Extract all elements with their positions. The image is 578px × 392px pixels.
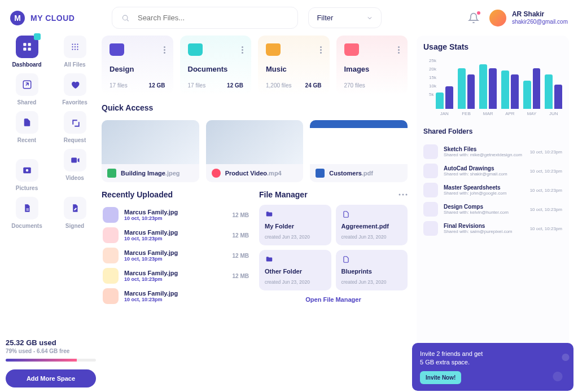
fm-item-name: Aggreement.pdf [341, 223, 402, 230]
chart-x-label: MAY [523, 111, 541, 116]
file-manager-item[interactable]: My Folder created Jun 23, 2020 [259, 205, 331, 245]
more-icon[interactable] [242, 46, 243, 54]
quick-access-card[interactable]: Building Image.jpeg [102, 120, 199, 182]
nav-label: Dashboard [12, 61, 41, 68]
shared-folder-name: Final Revisions [444, 223, 524, 229]
nav-shared[interactable]: Shared [6, 73, 48, 105]
spreadsheet-icon [316, 169, 325, 178]
storage-used: 25.32 GB used [6, 338, 96, 347]
recent-item[interactable]: Marcus Family.jpg 10 oct, 10:23pm 12 MB [102, 245, 250, 266]
nav-signed[interactable]: Signed [54, 197, 96, 229]
folder-card[interactable]: Design 17 files 12 GB [102, 36, 173, 95]
recent-file-date: 10 oct, 10:23pm [124, 236, 227, 241]
folder-card[interactable]: Images 270 files [336, 36, 408, 95]
svg-rect-3 [28, 43, 30, 46]
recent-file-date: 10 oct, 10:23pm [124, 276, 227, 282]
folder-card[interactable]: Music 1,200 files 24 GB [258, 36, 330, 95]
recent-item[interactable]: Marcus Family.jpg 10 oct, 10:23pm 12 MB [102, 266, 250, 286]
chart-y-label: 10k [429, 83, 436, 89]
filter-select[interactable]: Filter [308, 7, 382, 28]
image-icon [107, 169, 116, 178]
nav-all-files[interactable]: All Files [54, 36, 96, 68]
file-manager-item[interactable]: Aggreement.pdf created Jun 23, 2020 [336, 205, 408, 245]
usage-chart: 25k20k15k10k5k JANFEBMARAPRMAYJUN [423, 58, 562, 116]
chart-x-label: JAN [436, 111, 453, 116]
chart-column [458, 58, 475, 109]
recent-item[interactable]: Marcus Family.jpg 10 oct, 10:23pm 12 MB [102, 205, 250, 225]
folder-name: Documents [188, 65, 244, 73]
shared-folder-item[interactable]: Sketch Files Shared with: mike@getnextde… [423, 142, 562, 161]
shared-folder-item[interactable]: Master Speardsheets Shared with: john@go… [423, 180, 562, 200]
nav-documents[interactable]: Documents [6, 197, 48, 229]
nav-pictures[interactable]: Pictures [6, 159, 48, 191]
shared-date: 10 oct, 10:23pm [530, 149, 562, 155]
svg-point-24 [406, 194, 408, 196]
user-menu[interactable]: AR Shakir shakir260@gmail.com [489, 10, 568, 27]
more-icon[interactable] [399, 193, 408, 196]
chart-x-label: MAR [479, 111, 497, 116]
shared-with: Shared with: mike@getnextdesign.com [444, 152, 524, 157]
file-manager-item[interactable]: Other Folder created Jun 23, 2020 [259, 250, 331, 290]
recent-title: Recently Uploaded [102, 190, 250, 199]
open-file-manager-link[interactable]: Open File Manager [259, 296, 408, 303]
nav-recent[interactable]: Recent [6, 111, 48, 143]
more-icon[interactable] [164, 46, 165, 54]
storage-widget: 25.32 GB used 79% used - 6.64 GB free [6, 338, 96, 362]
video-icon [212, 169, 221, 178]
chart-bar [489, 68, 497, 109]
shared-folder-item[interactable]: AutoCad Drawings Shared with: shakir@gma… [423, 161, 562, 180]
nav-label: Pictures [16, 185, 38, 191]
file-thumbnail [103, 288, 119, 304]
shared-folder-item[interactable]: Final Revisions Shared with: saim@purepi… [423, 219, 562, 238]
shared-folder-item[interactable]: Design Comps Shared with: kelvin@hunter.… [423, 200, 562, 219]
folder-size: 12 GB [149, 82, 165, 89]
recent-file-date: 10 oct, 10:23pm [124, 297, 243, 302]
nav-dashboard[interactable]: Dashboard [6, 36, 48, 68]
recent-file-date: 10 oct, 10:23pm [124, 215, 227, 221]
svg-rect-5 [28, 48, 30, 51]
nav-videos[interactable]: Videos [54, 149, 96, 191]
more-icon[interactable] [320, 46, 322, 54]
search-input[interactable] [137, 13, 288, 23]
search-box[interactable] [112, 7, 298, 29]
svg-rect-18 [71, 158, 77, 163]
recent-item[interactable]: Marcus Family.jpg 10 oct, 10:23pm [102, 286, 250, 306]
quick-thumbnail [102, 120, 199, 164]
shared-icon [22, 80, 32, 90]
invite-button[interactable]: Invite Now! [420, 371, 461, 384]
chart-y-label: 15k [429, 75, 436, 80]
quick-access-card[interactable]: Customers.pdf [310, 120, 408, 182]
brand[interactable]: M MY CLOUD [10, 11, 75, 25]
folder-icon [265, 210, 326, 218]
notification-dot [477, 11, 480, 15]
chart-bar [545, 74, 553, 109]
svg-rect-21 [26, 210, 29, 210]
storage-progress [6, 359, 96, 362]
quick-access-title: Quick Access [102, 103, 408, 112]
folder-name: Music [266, 65, 322, 73]
nav-favorites[interactable]: Favorites [54, 73, 96, 105]
svg-point-22 [399, 194, 401, 196]
more-icon[interactable] [398, 46, 400, 54]
chart-bar [458, 68, 466, 109]
add-space-button[interactable]: Add More Space [6, 369, 96, 387]
recent-item[interactable]: Marcus Family.jpg 10 oct, 10:23pm 12 MB [102, 225, 250, 245]
svg-point-0 [123, 15, 128, 20]
quick-file-name: Customers.pdf [329, 170, 373, 177]
folder-icon [188, 43, 203, 56]
quick-access-card[interactable]: Product Video.mp4 [206, 120, 304, 182]
file-thumbnail [103, 207, 119, 223]
nav-label: Request [64, 137, 86, 143]
chart-y-label: 25k [429, 58, 436, 63]
nav-label: Recent [17, 137, 36, 143]
notifications-button[interactable] [468, 12, 479, 24]
chart-column [545, 58, 562, 109]
documents-icon [22, 203, 32, 213]
folder-icon [344, 43, 359, 56]
brand-name: MY CLOUD [30, 14, 75, 23]
nav-request[interactable]: Request [54, 111, 96, 143]
shared-folders-title: Shared Folders [423, 127, 562, 135]
folder-card[interactable]: Documents 17 files 12 GB [180, 36, 252, 95]
file-manager-item[interactable]: Blueprints created Jun 23, 2020 [336, 250, 408, 290]
nav-label: Documents [11, 223, 42, 229]
